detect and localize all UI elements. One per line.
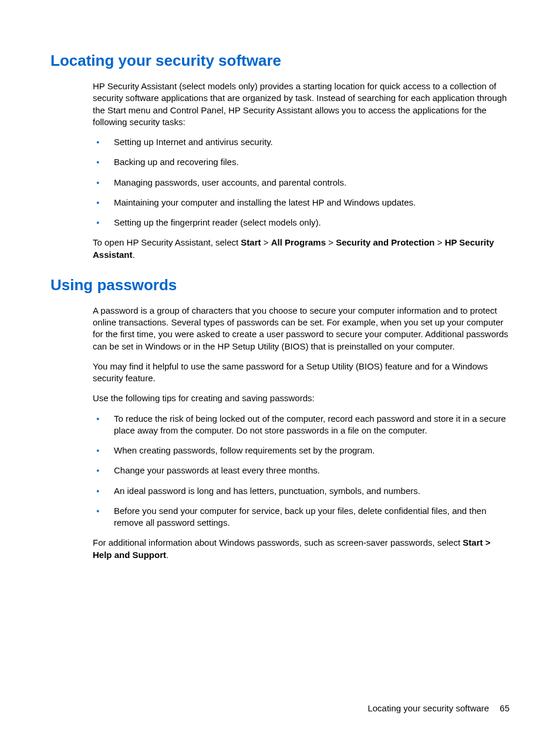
heading-locating-security-software: Locating your security software — [50, 52, 510, 70]
page-number: 65 — [500, 703, 510, 713]
list-item: To reduce the risk of being locked out o… — [93, 413, 510, 437]
password-tips-list: To reduce the risk of being locked out o… — [93, 413, 510, 529]
passwords-paragraph-2: You may find it helpful to use the same … — [93, 361, 510, 385]
passwords-paragraph-1: A password is a group of characters that… — [93, 305, 510, 352]
list-item: Maintaining your computer and installing… — [93, 197, 510, 209]
open-instructions: To open HP Security Assistant, select St… — [93, 237, 510, 261]
list-item: An ideal password is long and has letter… — [93, 485, 510, 497]
intro-paragraph: HP Security Assistant (select models onl… — [93, 80, 510, 128]
footer-label: Locating your security software — [367, 703, 489, 713]
closing-paragraph: For additional information about Windows… — [93, 537, 510, 561]
list-item: Before you send your computer for servic… — [93, 505, 510, 529]
security-tasks-list: Setting up Internet and antivirus securi… — [93, 136, 510, 228]
list-item: Change your passwords at least every thr… — [93, 465, 510, 476]
list-item: When creating passwords, follow requirem… — [93, 445, 510, 456]
list-item: Setting up the fingerprint reader (selec… — [93, 217, 510, 228]
passwords-paragraph-3: Use the following tips for creating and … — [93, 392, 510, 404]
list-item: Managing passwords, user accounts, and p… — [93, 177, 510, 189]
list-item: Backing up and recovering files. — [93, 156, 510, 168]
list-item: Setting up Internet and antivirus securi… — [93, 136, 510, 148]
heading-using-passwords: Using passwords — [50, 276, 510, 294]
page-footer: Locating your security software 65 — [367, 703, 510, 713]
